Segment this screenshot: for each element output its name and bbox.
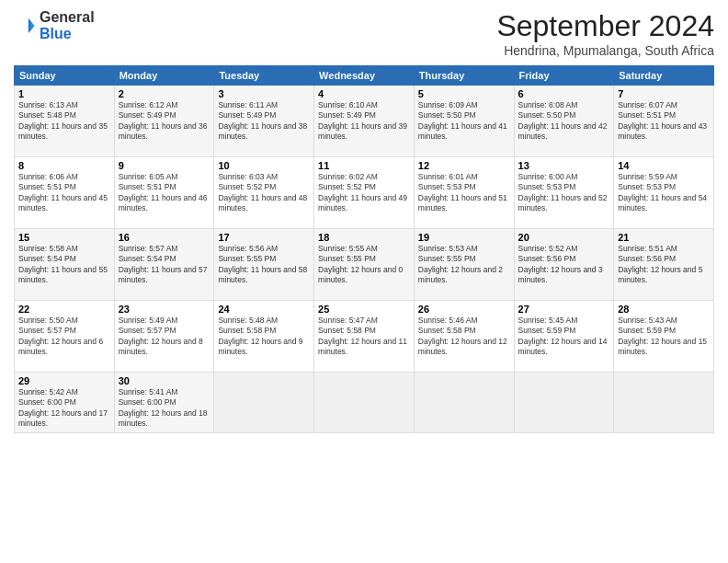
calendar-cell: 23Sunrise: 5:49 AMSunset: 5:57 PMDayligh… — [114, 301, 214, 373]
svg-marker-1 — [30, 20, 35, 30]
day-info: Sunrise: 5:48 AMSunset: 5:58 PMDaylight:… — [218, 316, 310, 358]
logo-icon — [14, 15, 36, 37]
calendar-cell — [514, 373, 614, 433]
calendar-cell: 4Sunrise: 6:10 AMSunset: 5:49 PMDaylight… — [314, 86, 415, 157]
calendar-cell: 21Sunrise: 5:51 AMSunset: 5:56 PMDayligh… — [614, 229, 714, 301]
calendar-cell: 10Sunrise: 6:03 AMSunset: 5:52 PMDayligh… — [214, 157, 314, 229]
day-info: Sunrise: 5:56 AMSunset: 5:55 PMDaylight:… — [218, 244, 310, 286]
day-number: 5 — [418, 88, 510, 99]
day-number: 3 — [218, 88, 310, 99]
day-info: Sunrise: 5:51 AMSunset: 5:56 PMDaylight:… — [618, 244, 710, 286]
day-info: Sunrise: 6:09 AMSunset: 5:50 PMDaylight:… — [418, 100, 510, 143]
day-number: 22 — [18, 304, 110, 315]
day-info: Sunrise: 5:49 AMSunset: 5:57 PMDaylight:… — [119, 316, 210, 358]
calendar-cell: 22Sunrise: 5:50 AMSunset: 5:57 PMDayligh… — [15, 301, 115, 373]
day-number: 21 — [618, 232, 710, 243]
location-subtitle: Hendrina, Mpumalanga, South Africa — [496, 43, 714, 58]
calendar-cell — [314, 373, 415, 433]
day-number: 18 — [318, 232, 410, 243]
day-number: 28 — [618, 304, 710, 315]
day-info: Sunrise: 5:58 AMSunset: 5:54 PMDaylight:… — [18, 244, 110, 286]
day-number: 16 — [119, 232, 210, 243]
calendar-cell: 20Sunrise: 5:52 AMSunset: 5:56 PMDayligh… — [514, 229, 614, 301]
col-header-thursday: Thursday — [414, 66, 514, 86]
calendar-cell: 29Sunrise: 5:42 AMSunset: 6:00 PMDayligh… — [15, 373, 115, 433]
col-header-saturday: Saturday — [614, 66, 714, 86]
calendar-cell: 8Sunrise: 6:06 AMSunset: 5:51 PMDaylight… — [15, 157, 115, 229]
calendar-cell: 17Sunrise: 5:56 AMSunset: 5:55 PMDayligh… — [214, 229, 314, 301]
day-number: 10 — [218, 160, 310, 171]
day-number: 27 — [518, 304, 610, 315]
day-info: Sunrise: 6:13 AMSunset: 5:48 PMDaylight:… — [18, 100, 110, 143]
col-header-monday: Monday — [114, 66, 214, 86]
calendar-cell: 24Sunrise: 5:48 AMSunset: 5:58 PMDayligh… — [214, 301, 314, 373]
day-number: 29 — [18, 375, 110, 386]
day-info: Sunrise: 5:59 AMSunset: 5:53 PMDaylight:… — [618, 172, 710, 214]
calendar-cell: 6Sunrise: 6:08 AMSunset: 5:50 PMDaylight… — [514, 86, 614, 157]
calendar-cell: 7Sunrise: 6:07 AMSunset: 5:51 PMDaylight… — [614, 86, 714, 157]
day-number: 19 — [418, 232, 510, 243]
day-number: 9 — [119, 160, 210, 171]
col-header-sunday: Sunday — [15, 66, 115, 86]
page: General Blue September 2024 Hendrina, Mp… — [0, 0, 728, 563]
calendar-cell: 16Sunrise: 5:57 AMSunset: 5:54 PMDayligh… — [114, 229, 214, 301]
day-info: Sunrise: 5:41 AMSunset: 6:00 PMDaylight:… — [119, 387, 210, 430]
day-number: 17 — [218, 232, 310, 243]
calendar-cell: 19Sunrise: 5:53 AMSunset: 5:55 PMDayligh… — [414, 229, 514, 301]
day-info: Sunrise: 6:12 AMSunset: 5:49 PMDaylight:… — [119, 100, 210, 143]
calendar-cell: 3Sunrise: 6:11 AMSunset: 5:49 PMDaylight… — [214, 86, 314, 157]
week-row-5: 29Sunrise: 5:42 AMSunset: 6:00 PMDayligh… — [15, 373, 714, 433]
day-number: 4 — [318, 88, 410, 99]
day-info: Sunrise: 5:43 AMSunset: 5:59 PMDaylight:… — [618, 316, 710, 358]
day-number: 23 — [119, 304, 210, 315]
day-info: Sunrise: 6:07 AMSunset: 5:51 PMDaylight:… — [618, 100, 710, 143]
calendar-cell: 15Sunrise: 5:58 AMSunset: 5:54 PMDayligh… — [15, 229, 115, 301]
week-row-3: 15Sunrise: 5:58 AMSunset: 5:54 PMDayligh… — [15, 229, 714, 301]
day-info: Sunrise: 6:03 AMSunset: 5:52 PMDaylight:… — [218, 172, 310, 214]
day-number: 15 — [18, 232, 110, 243]
day-info: Sunrise: 5:50 AMSunset: 5:57 PMDaylight:… — [18, 316, 110, 358]
title-block: September 2024 Hendrina, Mpumalanga, Sou… — [496, 9, 714, 58]
day-number: 25 — [318, 304, 410, 315]
day-info: Sunrise: 5:52 AMSunset: 5:56 PMDaylight:… — [518, 244, 610, 286]
day-number: 30 — [119, 375, 210, 386]
day-info: Sunrise: 6:11 AMSunset: 5:49 PMDaylight:… — [218, 100, 310, 143]
logo-blue: Blue — [40, 26, 95, 42]
calendar-cell: 25Sunrise: 5:47 AMSunset: 5:58 PMDayligh… — [314, 301, 415, 373]
col-header-wednesday: Wednesday — [314, 66, 415, 86]
calendar-cell: 11Sunrise: 6:02 AMSunset: 5:52 PMDayligh… — [314, 157, 415, 229]
calendar-cell: 2Sunrise: 6:12 AMSunset: 5:49 PMDaylight… — [114, 86, 214, 157]
day-info: Sunrise: 6:00 AMSunset: 5:53 PMDaylight:… — [518, 172, 610, 214]
header: General Blue September 2024 Hendrina, Mp… — [14, 9, 714, 58]
day-info: Sunrise: 6:02 AMSunset: 5:52 PMDaylight:… — [318, 172, 410, 214]
logo-general: General — [40, 9, 95, 26]
calendar-cell: 27Sunrise: 5:45 AMSunset: 5:59 PMDayligh… — [514, 301, 614, 373]
day-number: 14 — [618, 160, 710, 171]
col-header-friday: Friday — [514, 66, 614, 86]
day-number: 7 — [618, 88, 710, 99]
day-number: 6 — [518, 88, 610, 99]
day-number: 12 — [418, 160, 510, 171]
calendar-cell: 5Sunrise: 6:09 AMSunset: 5:50 PMDaylight… — [414, 86, 514, 157]
day-number: 24 — [218, 304, 310, 315]
week-row-1: 1Sunrise: 6:13 AMSunset: 5:48 PMDaylight… — [15, 86, 714, 157]
calendar-cell: 13Sunrise: 6:00 AMSunset: 5:53 PMDayligh… — [514, 157, 614, 229]
logo-text: General Blue — [40, 9, 95, 41]
day-info: Sunrise: 6:01 AMSunset: 5:53 PMDaylight:… — [418, 172, 510, 214]
calendar-cell: 9Sunrise: 6:05 AMSunset: 5:51 PMDaylight… — [114, 157, 214, 229]
col-header-tuesday: Tuesday — [214, 66, 314, 86]
day-info: Sunrise: 6:05 AMSunset: 5:51 PMDaylight:… — [119, 172, 210, 214]
day-info: Sunrise: 5:53 AMSunset: 5:55 PMDaylight:… — [418, 244, 510, 286]
calendar-header-row: SundayMondayTuesdayWednesdayThursdayFrid… — [15, 66, 714, 86]
day-info: Sunrise: 6:10 AMSunset: 5:49 PMDaylight:… — [318, 100, 410, 143]
day-info: Sunrise: 5:55 AMSunset: 5:55 PMDaylight:… — [318, 244, 410, 286]
day-number: 26 — [418, 304, 510, 315]
calendar-table: SundayMondayTuesdayWednesdayThursdayFrid… — [14, 65, 714, 433]
day-number: 20 — [518, 232, 610, 243]
day-number: 2 — [119, 88, 210, 99]
calendar-cell — [414, 373, 514, 433]
calendar-cell: 18Sunrise: 5:55 AMSunset: 5:55 PMDayligh… — [314, 229, 415, 301]
day-info: Sunrise: 5:45 AMSunset: 5:59 PMDaylight:… — [518, 316, 610, 358]
day-info: Sunrise: 5:47 AMSunset: 5:58 PMDaylight:… — [318, 316, 410, 358]
calendar-cell: 12Sunrise: 6:01 AMSunset: 5:53 PMDayligh… — [414, 157, 514, 229]
